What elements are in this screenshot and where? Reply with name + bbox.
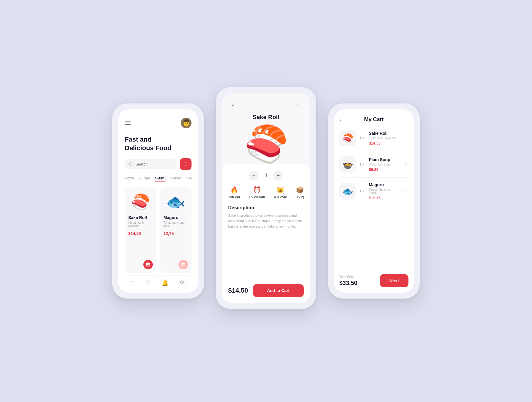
nav-home-icon[interactable]: ⌂ bbox=[130, 279, 134, 286]
stat-calories: 🔥 130 cal bbox=[228, 186, 240, 199]
cart-item-plain-soup: 🍲 1 x Plain Soup Wood-fired soup $6,25 ✕ bbox=[339, 156, 408, 178]
svg-line-1 bbox=[132, 165, 133, 166]
favorite-button[interactable]: ♡ bbox=[294, 100, 304, 110]
sake-roll-subtitle: Kinoa, kani, avocado bbox=[128, 221, 153, 228]
cart-item-plain-soup-remove[interactable]: ✕ bbox=[403, 161, 408, 167]
food-card-sake-roll[interactable]: 🍣 Sake Roll Kinoa, kani, avocado $14,50 bbox=[125, 187, 156, 273]
avatar[interactable]: 👨 bbox=[181, 118, 192, 128]
tab-sushi[interactable]: Sushi bbox=[155, 176, 166, 182]
sake-roll-name: Sake Roll bbox=[128, 215, 153, 220]
filter-icon bbox=[183, 162, 188, 166]
product-footer: $14,50 Add to Cart bbox=[228, 284, 304, 297]
search-input[interactable] bbox=[135, 162, 173, 166]
nav-bell-icon[interactable]: 🔔 bbox=[161, 279, 169, 286]
cart-item-maguro-image: 🐟 bbox=[339, 183, 356, 200]
menu-icon[interactable] bbox=[125, 121, 131, 125]
cart-item-maguro: 🐟 1 x Maguro Finest fatty tuna, tobikko … bbox=[339, 182, 408, 205]
quantity-decrease-button[interactable]: − bbox=[249, 171, 259, 180]
cart-item-sake-roll-price: $14,50 bbox=[369, 141, 399, 145]
cart-item-maguro-price: $12,75 bbox=[369, 196, 399, 200]
vote-icon: 😺 bbox=[276, 186, 284, 194]
stat-time: ⏰ 15-20 min bbox=[249, 186, 265, 199]
maguro-add-button[interactable] bbox=[179, 260, 188, 269]
weight-value: 350g bbox=[296, 195, 304, 199]
tab-pizza[interactable]: Pizza bbox=[125, 176, 134, 182]
phone-cart: ‹ My Cart 🍣 1 x Sake Roll Kinoa, kani, a… bbox=[328, 103, 420, 299]
product-detail-main: − 1 + 🔥 130 cal ⏰ 15-20 min 😺 4. bbox=[222, 164, 310, 303]
cart-item-plain-soup-image: 🍲 bbox=[339, 156, 356, 173]
stat-vote: 😺 4.9 vote bbox=[274, 186, 287, 199]
total-section: Total Price $33,50 bbox=[339, 275, 357, 286]
sake-roll-image: 🍣 bbox=[128, 192, 153, 212]
maguro-image: 🐟 bbox=[163, 192, 188, 212]
cart-item-plain-soup-info: Plain Soup Wood-fired soup $6,25 bbox=[369, 157, 399, 172]
weight-icon: 📦 bbox=[296, 186, 304, 194]
phone-home: 👨 Fast and Delicious Food Pi bbox=[112, 103, 204, 299]
cart-item-maguro-name: Maguro bbox=[369, 182, 399, 187]
category-tabs: Pizza Burger Sushi Kebab Sou bbox=[125, 176, 192, 182]
quantity-value: 1 bbox=[265, 173, 267, 179]
bag-icon-2 bbox=[181, 262, 185, 267]
cart-footer: Total Price $33,50 Next bbox=[339, 274, 408, 287]
total-price: $33,50 bbox=[339, 280, 357, 286]
cart-item-plain-soup-qty: 1 x bbox=[359, 162, 364, 166]
cart-title: My Cart bbox=[364, 116, 384, 123]
cart-item-plain-soup-name: Plain Soup bbox=[369, 157, 399, 162]
detail-topbar: ‹ ♡ bbox=[222, 93, 310, 113]
product-stats: 🔥 130 cal ⏰ 15-20 min 😺 4.9 vote 📦 350g bbox=[228, 186, 304, 199]
cart-item-plain-soup-subtitle: Wood-fired soup bbox=[369, 163, 399, 166]
sake-roll-add-button[interactable] bbox=[143, 260, 153, 269]
vote-value: 4.9 vote bbox=[274, 195, 287, 199]
back-button[interactable]: ‹ bbox=[228, 100, 238, 110]
cart-item-maguro-remove[interactable]: ✕ bbox=[403, 188, 408, 194]
product-price: $14,50 bbox=[228, 287, 248, 294]
tab-burger[interactable]: Burger bbox=[139, 176, 150, 182]
cart-item-sake-roll-remove[interactable]: ✕ bbox=[403, 135, 408, 141]
cart-item-maguro-qty: 1 x bbox=[359, 189, 364, 193]
maguro-price: 12,75 bbox=[163, 231, 188, 236]
cart-item-sake-roll-info: Sake Roll Kinoa, kani, avocado $14,50 bbox=[369, 131, 399, 145]
search-input-wrap[interactable] bbox=[125, 159, 177, 169]
add-to-cart-button[interactable]: Add to Cart bbox=[253, 284, 304, 297]
cart-item-sake-roll-subtitle: Kinoa, kani, avocado bbox=[369, 137, 399, 140]
food-card-maguro[interactable]: 🐟 Maguro Finest fatty tuna, tobik 12,75 bbox=[160, 187, 192, 273]
cart-item-plain-soup-price: $6,25 bbox=[369, 167, 399, 172]
cart-header: ‹ My Cart bbox=[339, 116, 408, 123]
cart-back-button[interactable]: ‹ bbox=[339, 116, 341, 123]
total-label: Total Price bbox=[339, 275, 357, 278]
cart-item-sake-roll-image: 🍣 bbox=[339, 130, 356, 146]
product-name: Sake Roll bbox=[222, 113, 310, 124]
tab-kebab[interactable]: Kebab bbox=[170, 176, 181, 182]
bag-icon bbox=[146, 262, 150, 267]
maguro-subtitle: Finest fatty tuna, tobik bbox=[163, 221, 188, 228]
svg-point-0 bbox=[129, 163, 132, 165]
time-value: 15-20 min bbox=[249, 195, 265, 199]
calories-value: 130 cal bbox=[228, 195, 240, 199]
nav-bag-icon[interactable]: 🛍 bbox=[180, 279, 186, 286]
cart-item-sake-roll: 🍣 1 x Sake Roll Kinoa, kani, avocado $14… bbox=[339, 130, 408, 151]
cart-item-maguro-subtitle: Finest fatty tuna, tobikko bbox=[369, 188, 399, 194]
product-hero-image: 🍣 bbox=[222, 124, 310, 164]
fire-icon: 🔥 bbox=[230, 186, 238, 194]
clock-icon: ⏰ bbox=[253, 186, 261, 194]
quantity-increase-button[interactable]: + bbox=[273, 171, 283, 180]
page-title: Fast and Delicious Food bbox=[125, 135, 192, 152]
search-icon bbox=[129, 162, 133, 166]
next-button[interactable]: Next bbox=[380, 274, 408, 287]
maguro-name: Maguro bbox=[163, 215, 188, 220]
tab-sou[interactable]: Sou bbox=[186, 176, 192, 182]
sake-roll-price: $14,50 bbox=[128, 231, 153, 236]
search-bar bbox=[125, 158, 192, 170]
cart-item-sake-roll-name: Sake Roll bbox=[369, 131, 399, 136]
description-text: Sake is produced by a leavening process … bbox=[228, 213, 304, 279]
cart-item-sake-roll-qty: 1 x bbox=[359, 136, 364, 140]
cart-item-maguro-info: Maguro Finest fatty tuna, tobikko $12,75 bbox=[369, 182, 399, 200]
home-header: 👨 bbox=[125, 118, 192, 128]
filter-button[interactable] bbox=[180, 158, 192, 170]
food-cards: 🍣 Sake Roll Kinoa, kani, avocado $14,50 … bbox=[125, 187, 192, 273]
quantity-control: − 1 + bbox=[228, 171, 304, 180]
bottom-nav: ⌂ ♡ 🔔 🛍 bbox=[125, 275, 192, 288]
phone-detail: ‹ ♡ Sake Roll 🍣 − 1 + 🔥 130 cal bbox=[216, 87, 316, 309]
stat-weight: 📦 350g bbox=[296, 186, 304, 199]
nav-heart-icon[interactable]: ♡ bbox=[145, 279, 150, 286]
